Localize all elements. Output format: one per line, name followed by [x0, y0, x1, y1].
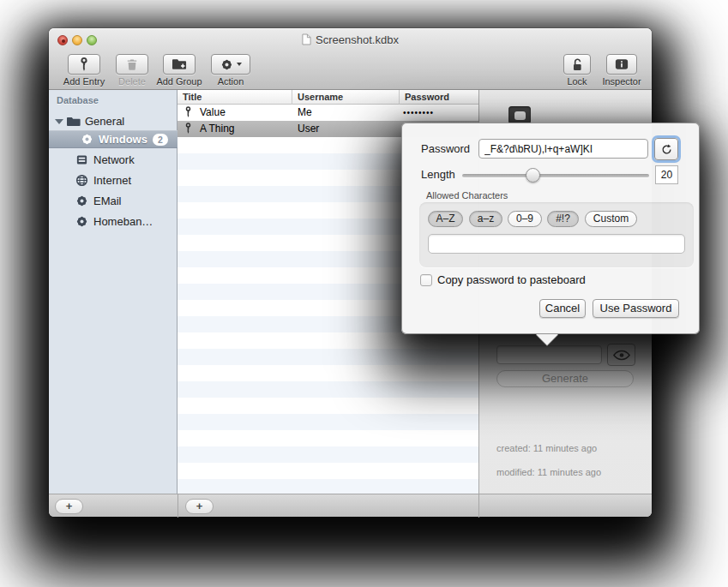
document-icon: [302, 33, 311, 45]
modified-timestamp: modified: 11 minutes ago: [496, 467, 601, 477]
charset-pill-custom[interactable]: Custom: [585, 211, 637, 227]
disclosure-triangle-icon[interactable]: [55, 119, 63, 124]
created-timestamp: created: 11 minutes ago: [496, 443, 597, 453]
add-group-plus-button[interactable]: +: [55, 499, 83, 514]
folder-icon: [67, 115, 81, 129]
inspector-info-icon: [615, 58, 629, 70]
desktop: Screenshot.kdbx Add Entry Delete Add Gro…: [0, 0, 728, 587]
entry-icon: [514, 111, 526, 120]
trash-icon: [126, 58, 138, 71]
sidebar-item-general[interactable]: General: [49, 112, 177, 130]
table-row[interactable]: Value Me ••••••••: [177, 105, 478, 121]
key-icon: [78, 57, 90, 72]
inspector-password-field[interactable]: [496, 345, 602, 364]
titlebar[interactable]: Screenshot.kdbx Add Entry Delete Add Gro…: [49, 28, 652, 90]
length-slider-thumb[interactable]: [526, 168, 540, 183]
footer-bar: + +: [49, 494, 652, 517]
add-entry-plus-button[interactable]: +: [185, 499, 214, 514]
key-icon: [184, 123, 193, 135]
password-generator-popover: Password Length Allowed Characters A–Z a…: [401, 123, 700, 334]
length-slider[interactable]: [462, 174, 649, 177]
entry-icon-well[interactable]: [508, 106, 531, 124]
column-header-username[interactable]: Username: [292, 90, 400, 105]
sidebar-item-label: Homeban…: [93, 215, 153, 228]
charset-group-box: A–Z a–z 0–9 #!? Custom: [419, 202, 694, 267]
cell-username: User: [298, 121, 400, 137]
lock-icon: [571, 57, 584, 72]
allowed-characters-label: Allowed Characters: [426, 190, 508, 201]
delete-label: Delete: [111, 76, 153, 87]
use-password-button[interactable]: Use Password: [593, 299, 679, 318]
sidebar-item-label: Network: [93, 153, 135, 166]
inspector-label: Inspector: [596, 76, 647, 87]
add-entry-button[interactable]: Add Entry: [58, 54, 110, 87]
add-group-button[interactable]: Add Group: [153, 54, 206, 87]
custom-charset-field[interactable]: [428, 234, 685, 254]
chevron-down-icon: [237, 63, 242, 66]
password-label: Password: [421, 142, 470, 155]
eye-icon: [613, 350, 630, 361]
charset-pill-symbols[interactable]: #!?: [547, 211, 579, 227]
charset-pill-uppercase[interactable]: A–Z: [428, 211, 463, 227]
lock-button[interactable]: Lock: [562, 54, 593, 87]
footer-divider: [478, 494, 479, 518]
network-icon: [75, 153, 89, 167]
copy-to-pasteboard-label: Copy password to pasteboard: [437, 273, 586, 286]
table-header: Title Username Password: [177, 90, 478, 105]
globe-icon: [75, 174, 89, 188]
footer-divider: [177, 494, 178, 518]
inspector-button[interactable]: Inspector: [596, 54, 647, 87]
key-icon: [184, 106, 193, 118]
sidebar-item-label: Windows: [99, 133, 147, 146]
cancel-button[interactable]: Cancel: [539, 299, 586, 318]
charset-pill-digits[interactable]: 0–9: [508, 211, 542, 227]
sidebar-item-network[interactable]: Network: [49, 151, 177, 169]
cell-title: A Thing: [200, 121, 292, 137]
sidebar-item-label: EMail: [93, 195, 122, 207]
sidebar-item-homebanking[interactable]: Homeban…: [49, 213, 177, 231]
column-header-password[interactable]: Password: [400, 90, 478, 105]
generate-button[interactable]: Generate: [496, 370, 634, 387]
add-group-label: Add Group: [153, 76, 206, 87]
add-entry-label: Add Entry: [58, 76, 110, 87]
cell-title: Value: [200, 105, 292, 121]
window-title-group: Screenshot.kdbx: [49, 33, 652, 47]
generated-password-field[interactable]: [478, 139, 648, 159]
sidebar-item-windows[interactable]: Windows 2: [49, 130, 177, 148]
length-label: Length: [421, 168, 455, 181]
copy-to-pasteboard-checkbox[interactable]: [420, 274, 432, 286]
charset-pill-lowercase[interactable]: a–z: [469, 211, 502, 227]
length-value-field[interactable]: [655, 165, 678, 184]
column-header-title[interactable]: Title: [177, 90, 292, 105]
entry-count-badge: 2: [153, 134, 168, 146]
popover-arrow: [536, 334, 558, 345]
sidebar: Database General Windows 2: [49, 90, 177, 494]
sidebar-item-internet[interactable]: Internet: [49, 171, 177, 189]
sidebar-item-email[interactable]: EMail: [49, 192, 177, 210]
delete-button: Delete: [111, 54, 153, 87]
cell-password: ••••••••: [403, 105, 478, 121]
regenerate-button[interactable]: [654, 138, 678, 160]
show-password-button[interactable]: [607, 344, 635, 366]
gear-icon: [81, 133, 94, 147]
gear-icon: [220, 58, 233, 71]
gear-icon: [75, 215, 89, 229]
folder-plus-icon: [172, 58, 187, 70]
cell-username: Me: [298, 105, 400, 121]
action-label: Action: [208, 76, 254, 87]
action-button[interactable]: Action: [208, 54, 254, 87]
sidebar-section-header: Database: [57, 95, 99, 105]
gear-icon: [75, 195, 89, 208]
sidebar-item-label: General: [85, 115, 124, 128]
refresh-icon: [661, 144, 672, 155]
lock-label: Lock: [562, 76, 593, 87]
window-title: Screenshot.kdbx: [316, 33, 399, 46]
sidebar-item-label: Internet: [93, 174, 131, 187]
